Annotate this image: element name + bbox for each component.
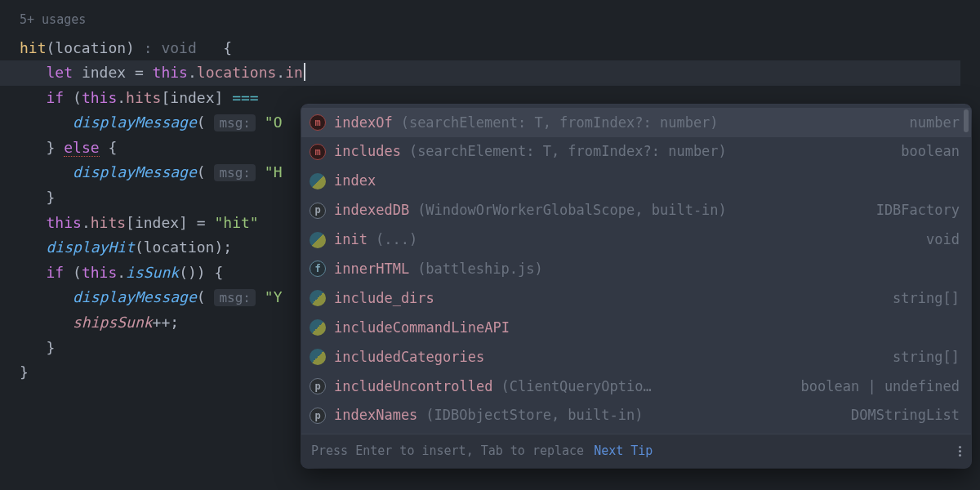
completion-name: init — [334, 228, 368, 252]
completion-name: indexNames — [334, 403, 417, 427]
completion-item[interactable]: pindexedDB (WindowOrWorkerGlobalScope, b… — [301, 196, 971, 225]
completion-name: includeCommandLineAPI — [334, 316, 510, 340]
completion-return-type: boolean — [901, 140, 960, 163]
property-icon: p — [310, 408, 326, 424]
completion-name: include_dirs — [334, 287, 434, 310]
completion-return-type: boolean | undefined — [801, 375, 960, 399]
property-icon: p — [310, 378, 326, 394]
usages-hint[interactable]: 5+ usages — [20, 10, 980, 31]
completion-item[interactable]: pincludeUncontrolled (ClientQueryOptio…b… — [301, 372, 971, 401]
completion-item[interactable]: init(...)void — [301, 225, 971, 255]
completion-return-type: IDBFactory — [876, 198, 960, 222]
completion-signature: (IDBObjectStore, built-in) — [425, 403, 643, 427]
completion-name: index — [334, 169, 376, 193]
completion-signature: (WindowOrWorkerGlobalScope, built-in) — [417, 198, 727, 222]
completion-item[interactable]: finnerHTML (battleship.js) — [301, 254, 971, 283]
text-cursor — [304, 63, 305, 81]
code-line-active[interactable]: let index = this.locations.in — [0, 60, 960, 86]
js-icon — [310, 173, 326, 189]
js-icon — [310, 319, 326, 336]
completion-name: includedCategories — [334, 345, 484, 369]
completion-item[interactable]: pindexNames (IDBObjectStore, built-in)DO… — [301, 401, 971, 430]
completion-item[interactable]: includedCategoriesstring[] — [301, 342, 971, 372]
completion-item[interactable]: mincludes(searchElement: T, fromIndex?: … — [301, 137, 971, 167]
completion-return-type: void — [926, 228, 960, 252]
completion-item[interactable]: includeCommandLineAPI — [301, 313, 971, 342]
field-icon: f — [310, 261, 326, 277]
js-icon — [310, 349, 326, 365]
completion-signature: (...) — [376, 228, 417, 252]
completion-return-type: number — [910, 111, 960, 135]
completion-item[interactable]: mindexOf(searchElement: T, fromIndex?: n… — [301, 108, 971, 137]
completion-signature: (searchElement: T, fromIndex?: number) — [401, 111, 719, 135]
completion-signature: (searchElement: T, fromIndex?: number) — [409, 140, 727, 163]
completion-name: includes — [334, 140, 401, 163]
completion-list[interactable]: mindexOf(searchElement: T, fromIndex?: n… — [301, 105, 971, 434]
next-tip-link[interactable]: Next Tip — [594, 441, 653, 462]
completion-item[interactable]: include_dirsstring[] — [301, 283, 971, 313]
method-icon: m — [310, 114, 326, 131]
js-icon — [310, 232, 326, 248]
more-menu-icon[interactable] — [959, 444, 961, 458]
completion-return-type: string[] — [893, 287, 960, 310]
footer-hint: Press Enter to insert, Tab to replace — [311, 441, 584, 462]
completion-name: indexOf — [334, 111, 393, 135]
code-line[interactable]: hit(location) : void { — [20, 36, 980, 61]
scrollbar-thumb[interactable] — [964, 109, 969, 132]
completion-return-type: DOMStringList — [851, 403, 960, 427]
completion-popup: mindexOf(searchElement: T, fromIndex?: n… — [301, 105, 971, 468]
method-icon: m — [310, 144, 326, 160]
js-icon — [310, 290, 326, 306]
completion-name: indexedDB — [334, 198, 409, 222]
completion-name: innerHTML — [334, 257, 409, 281]
completion-signature: (battleship.js) — [417, 257, 543, 281]
completion-item[interactable]: index — [301, 167, 971, 196]
completion-signature: (ClientQueryOptio… — [501, 375, 651, 399]
completion-return-type: string[] — [893, 345, 960, 369]
property-icon: p — [310, 203, 326, 219]
completion-footer: Press Enter to insert, Tab to replace Ne… — [301, 434, 971, 469]
completion-name: includeUncontrolled — [334, 375, 492, 399]
